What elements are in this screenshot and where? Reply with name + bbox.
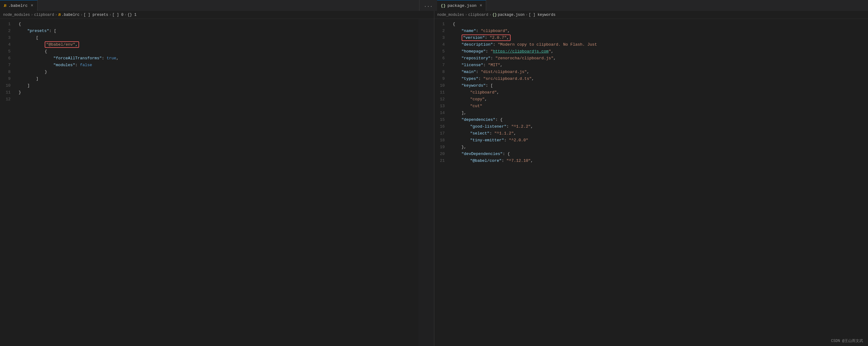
line-num: 1 [0,21,16,28]
line-num: 14 [434,110,450,116]
right-code-area[interactable]: 1 { 2 "name": "clipboard", 3 "version": … [434,19,868,346]
tab-babelrc[interactable]: B .babelrc × [0,0,37,11]
line-content: "types": "src/clipboard.d.ts", [450,76,537,82]
line-num: 17 [434,130,450,137]
line-content: "select": "^1.1.2", [450,130,519,137]
breadcrumb-right: node_modules › clipboard › {} package.js… [434,11,868,19]
code-line: 1 { [434,21,868,28]
left-code-lines: 1 { 2 "presets": [ 3 [ 4 "@babel/env", [0,19,434,105]
line-num: 8 [0,69,16,76]
tab-more-left[interactable]: ... [420,0,437,11]
code-line: 18 "tiny-emitter": "^2.0.0" [434,137,868,144]
line-num: 5 [0,48,16,55]
line-content: "name": "clipboard", [450,28,513,34]
code-line: 7 "license": "MIT", [434,62,868,69]
line-content [16,96,24,103]
line-content: "@babel/env", [16,41,82,48]
code-line: 21 "@babel/core": "^7.12.10", [434,157,868,164]
tab-packagejson-label: package.json [447,3,476,8]
line-num: 10 [0,82,16,89]
line-content: ] [16,82,33,89]
line-num: 5 [434,48,450,55]
line-content: "main": "dist/clipboard.js", [450,69,532,76]
line-num: 1 [434,21,450,28]
line-content: "version": "2.0.7", [450,34,514,41]
line-content: "tiny-emitter": "^2.0.0" [450,137,531,144]
line-num: 15 [434,116,450,123]
code-line: 12 "copy", [434,96,868,103]
code-line: 20 "devDependencies": { [434,151,868,157]
line-content: "copy", [450,96,491,103]
line-content: "license": "MIT", [450,62,506,69]
line-content: "homepage": "https://clipboardjs.com", [450,48,557,55]
breadcrumb-left: node_modules › clipboard › B .babelrc › … [0,11,434,19]
line-num: 21 [434,157,450,164]
line-num: 13 [434,103,450,110]
line-num: 6 [434,55,450,62]
code-line: 19 }, [434,144,868,151]
right-editor: node_modules › clipboard › {} package.js… [434,11,868,346]
code-line: 14 ], [434,110,868,116]
code-line: 9 ] [0,76,434,82]
tab-babelrc-label: .babelrc [8,3,28,8]
line-num: 2 [434,28,450,34]
tab-packagejson[interactable]: {} package.json × [437,0,487,11]
code-line: 8 "main": "dist/clipboard.js", [434,69,868,76]
line-content: ] [16,76,41,82]
code-line: 10 ] [0,82,434,89]
code-line: 17 "select": "^1.1.2", [434,130,868,137]
line-num: 3 [434,34,450,41]
line-content: { [16,48,50,55]
babel-icon: B [4,3,6,8]
code-line: 9 "types": "src/clipboard.d.ts", [434,76,868,82]
line-num: 11 [0,89,16,96]
line-num: 10 [434,82,450,89]
code-line: 3 [ [0,34,434,41]
line-content: "modules": false [16,62,95,69]
line-content: }, [450,144,470,151]
json-icon: {} [441,3,446,8]
tab-packagejson-close[interactable]: × [479,3,482,8]
line-content: "description": "Modern copy to clipboard… [450,41,600,48]
line-content: "repository": "zenorocha/clipboard.js", [450,55,559,62]
line-content: } [16,69,50,76]
code-line: 6 "repository": "zenorocha/clipboard.js"… [434,55,868,62]
line-num: 16 [434,123,450,130]
left-code-area[interactable]: 1 { 2 "presets": [ 3 [ 4 "@babel/env", [0,19,434,346]
line-num: 12 [0,96,16,103]
tab-babelrc-close[interactable]: × [31,3,33,8]
watermark: CSDN @王山而文武 [831,338,863,344]
line-num: 18 [434,137,450,144]
code-line: 11 "clipboard", [434,89,868,96]
line-num: 2 [0,28,16,34]
line-content: { [16,21,24,28]
line-num: 11 [434,89,450,96]
code-line: 5 "homepage": "https://clipboardjs.com", [434,48,868,55]
line-num: 9 [0,76,16,82]
tabs-bar: B .babelrc × ... {} package.json × [0,0,868,11]
code-line: 8 } [0,69,434,76]
line-content: "dependencies": { [450,116,506,123]
line-num: 6 [0,55,16,62]
code-line: 4 "description": "Modern copy to clipboa… [434,41,868,48]
right-code-lines: 1 { 2 "name": "clipboard", 3 "version": … [434,19,868,166]
code-line: 6 "forceAllTransforms": true, [0,55,434,62]
code-line: 7 "modules": false [0,62,434,69]
line-num: 7 [434,62,450,69]
line-num: 20 [434,151,450,157]
code-line: 16 "good-listener": "^1.2.2", [434,123,868,130]
line-num: 9 [434,76,450,82]
line-num: 4 [434,41,450,48]
line-content: "@babel/core": "^7.12.10", [450,157,536,164]
line-content: ], [450,110,470,116]
code-line: 13 "cut" [434,103,868,110]
line-num: 7 [0,62,16,69]
code-line-highlighted: 4 "@babel/env", [0,41,434,48]
line-num: 12 [434,96,450,103]
line-content: "keywords": [ [450,82,496,89]
line-content: "forceAllTransforms": true, [16,55,122,62]
code-line: 2 "name": "clipboard", [434,28,868,34]
line-num: 8 [434,69,450,76]
line-num: 3 [0,34,16,41]
line-content: [ [16,34,41,41]
